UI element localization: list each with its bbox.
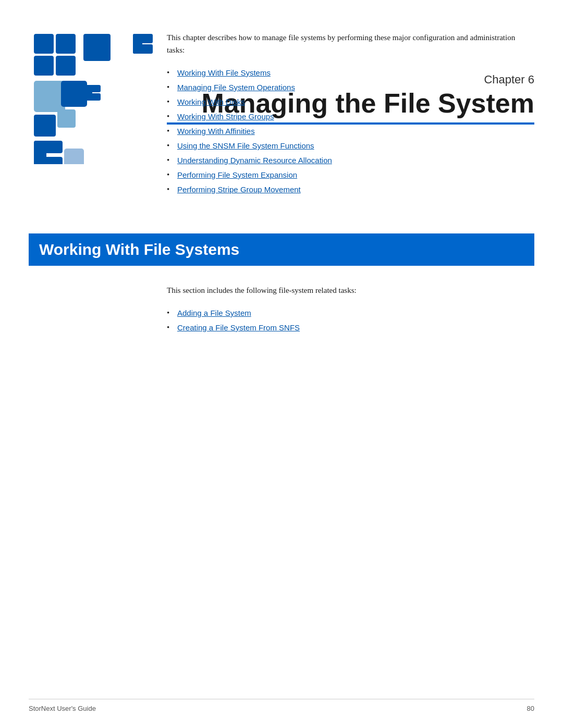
svg-rect-11 bbox=[57, 109, 76, 128]
list-item: Managing File System Operations bbox=[167, 80, 534, 95]
svg-rect-0 bbox=[34, 34, 54, 54]
page: Chapter 6 Managing the File System This … bbox=[0, 0, 563, 728]
list-item: Working With Affinities bbox=[167, 124, 534, 139]
logo-icon bbox=[29, 29, 180, 164]
svg-rect-2 bbox=[34, 56, 54, 76]
content-area: This chapter describes how to manage fil… bbox=[167, 31, 534, 197]
toc-link-2[interactable]: Managing File System Operations bbox=[177, 83, 295, 92]
list-item: Creating a File System From SNFS bbox=[167, 320, 534, 335]
footer: StorNext User's Guide 80 bbox=[29, 699, 534, 712]
list-item: Using the SNSM File System Functions bbox=[167, 139, 534, 153]
list-item: Performing File System Expansion bbox=[167, 168, 534, 182]
toc-link-5[interactable]: Working With Affinities bbox=[177, 127, 255, 135]
section-header-bar: Working With File Systems bbox=[29, 233, 534, 266]
svg-rect-17 bbox=[34, 157, 63, 164]
list-item: Understanding Dynamic Resource Allocatio… bbox=[167, 153, 534, 168]
toc-link-1[interactable]: Working With File Systems bbox=[177, 68, 271, 77]
svg-rect-7 bbox=[133, 44, 153, 54]
toc-list: Working With File Systems Managing File … bbox=[167, 66, 534, 197]
toc-link-8[interactable]: Performing File System Expansion bbox=[177, 170, 297, 179]
toc-link-4[interactable]: Working With Stripe Groups bbox=[177, 112, 274, 121]
svg-rect-4 bbox=[56, 56, 76, 76]
toc-link-6[interactable]: Using the SNSM File System Functions bbox=[177, 141, 314, 150]
svg-rect-1 bbox=[56, 34, 76, 54]
section-title: Working With File Systems bbox=[39, 241, 239, 258]
toc-link-3[interactable]: Working With Disks bbox=[177, 97, 245, 106]
logo-container bbox=[29, 29, 180, 164]
list-item: Working With Stripe Groups bbox=[167, 109, 534, 124]
section-working-with-file-systems: Working With File Systems bbox=[29, 233, 534, 266]
section1-intro: This section includes the following file… bbox=[167, 284, 534, 297]
footer-page-number: 80 bbox=[527, 705, 534, 712]
toc-link-7[interactable]: Understanding Dynamic Resource Allocatio… bbox=[177, 156, 332, 165]
section1-link-1[interactable]: Adding a File System bbox=[177, 309, 251, 317]
svg-rect-10 bbox=[34, 115, 56, 137]
section1-link-2[interactable]: Creating a File System From SNFS bbox=[177, 323, 300, 332]
list-item: Working With File Systems bbox=[167, 66, 534, 80]
svg-rect-14 bbox=[85, 93, 101, 101]
svg-rect-18 bbox=[64, 149, 84, 164]
section1-list: Adding a File System Creating a File Sys… bbox=[167, 306, 534, 335]
list-item: Adding a File System bbox=[167, 306, 534, 320]
toc-link-9[interactable]: Performing Stripe Group Movement bbox=[177, 185, 301, 194]
intro-text: This chapter describes how to manage fil… bbox=[167, 31, 534, 56]
svg-rect-9 bbox=[61, 81, 87, 107]
svg-rect-8 bbox=[34, 81, 65, 112]
list-item: Performing Stripe Group Movement bbox=[167, 182, 534, 197]
section1-content: This section includes the following file… bbox=[167, 284, 534, 335]
svg-rect-3 bbox=[83, 34, 111, 61]
list-item: Working With Disks bbox=[167, 95, 534, 109]
footer-product-name: StorNext User's Guide bbox=[29, 705, 96, 712]
